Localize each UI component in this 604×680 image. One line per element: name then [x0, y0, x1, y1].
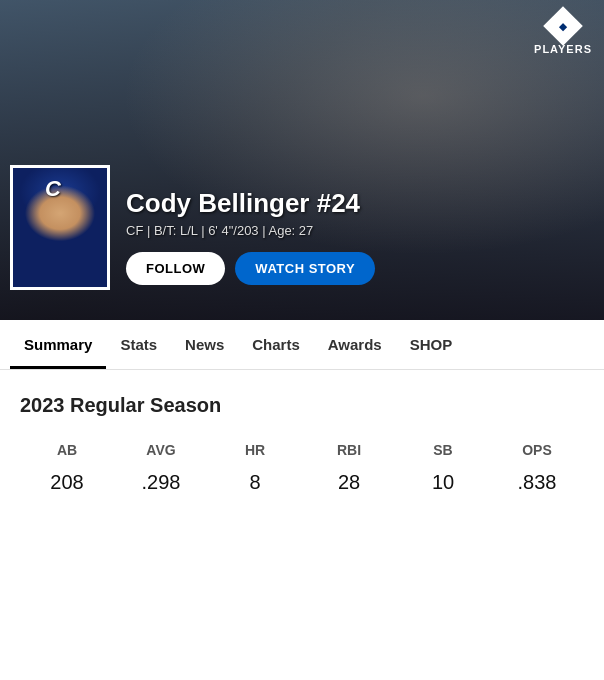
player-face: C: [13, 168, 107, 287]
stat-header-hr: HR: [208, 441, 302, 459]
stats-section: 2023 Regular Season AB AVG HR RBI SB OPS: [0, 370, 604, 514]
stat-value-ab: 208: [20, 471, 114, 494]
stats-header-row: AB AVG HR RBI SB OPS: [20, 441, 584, 459]
stats-table: AB AVG HR RBI SB OPS 208 .298: [20, 441, 584, 494]
stat-value-avg: .298: [114, 471, 208, 494]
stat-value-sb: 10: [396, 471, 490, 494]
player-details: Cody Bellinger #24 CF | B/T: L/L | 6' 4"…: [126, 188, 594, 290]
hero-section: ◆ PLAYERS C Cody Bellinger #24 CF | B/T:…: [0, 0, 604, 320]
player-thumbnail: C: [10, 165, 110, 290]
stat-header-ab: AB: [20, 441, 114, 459]
player-meta: CF | B/T: L/L | 6' 4"/203 | Age: 27: [126, 223, 594, 238]
mlb-diamond-letter: ◆: [559, 21, 567, 32]
mlb-diamond-icon: ◆: [543, 6, 583, 46]
tab-news[interactable]: News: [171, 320, 238, 369]
stat-header-rbi: RBI: [302, 441, 396, 459]
mlb-logo: ◆ PLAYERS: [534, 12, 592, 55]
player-actions: FOLLOW WATCH STORY: [126, 252, 594, 285]
player-name: Cody Bellinger #24: [126, 188, 594, 219]
stat-header-ops: OPS: [490, 441, 584, 459]
tab-awards[interactable]: Awards: [314, 320, 396, 369]
stat-value-hr: 8: [208, 471, 302, 494]
tab-summary[interactable]: Summary: [10, 320, 106, 369]
stat-header-sb: SB: [396, 441, 490, 459]
follow-button[interactable]: FOLLOW: [126, 252, 225, 285]
stats-values-row: 208 .298 8 28 10 .838: [20, 471, 584, 494]
player-info-overlay: C Cody Bellinger #24 CF | B/T: L/L | 6' …: [10, 165, 594, 290]
season-title: 2023 Regular Season: [20, 394, 584, 417]
tab-shop[interactable]: SHOP: [396, 320, 467, 369]
watch-story-button[interactable]: WATCH STORY: [235, 252, 375, 285]
tab-stats[interactable]: Stats: [106, 320, 171, 369]
helmet-logo: C: [45, 176, 61, 202]
stat-value-ops: .838: [490, 471, 584, 494]
tab-charts[interactable]: Charts: [238, 320, 314, 369]
stat-value-rbi: 28: [302, 471, 396, 494]
nav-tabs: Summary Stats News Charts Awards SHOP: [0, 320, 604, 370]
stat-header-avg: AVG: [114, 441, 208, 459]
